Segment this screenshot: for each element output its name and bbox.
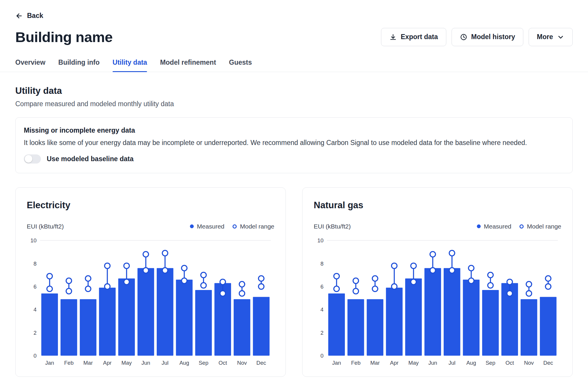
svg-text:Aug: Aug: [179, 360, 189, 366]
svg-text:Sep: Sep: [486, 360, 495, 366]
electricity-ylabel: EUI (kBtu/ft2): [27, 223, 64, 230]
back-label: Back: [27, 12, 43, 20]
svg-text:10: 10: [318, 237, 324, 244]
model-history-button[interactable]: Model history: [452, 28, 524, 46]
svg-text:Sep: Sep: [199, 360, 208, 366]
export-data-button[interactable]: Export data: [381, 28, 446, 46]
natural-gas-chart-header: EUI (kBtu/ft2) Measured Model range: [314, 223, 561, 230]
svg-text:May: May: [121, 360, 132, 366]
tab-overview[interactable]: Overview: [15, 57, 45, 72]
svg-text:Jun: Jun: [428, 360, 437, 366]
electricity-card: Electricity EUI (kBtu/ft2) Measured Mode…: [15, 187, 286, 377]
svg-text:Jan: Jan: [45, 360, 54, 366]
more-label: More: [537, 33, 553, 41]
charts-row: Electricity EUI (kBtu/ft2) Measured Mode…: [15, 187, 573, 377]
svg-text:Dec: Dec: [543, 360, 553, 366]
svg-text:0: 0: [320, 353, 323, 359]
svg-text:Nov: Nov: [237, 360, 247, 366]
svg-text:2: 2: [34, 329, 36, 336]
more-button[interactable]: More: [529, 28, 573, 46]
legend-measured-label: Measured: [484, 223, 511, 230]
legend-model-range-label: Model range: [240, 223, 274, 230]
natural-gas-title: Natural gas: [314, 200, 561, 211]
electricity-title: Electricity: [27, 200, 274, 211]
svg-text:6: 6: [320, 284, 323, 290]
model-range-ring-icon: [519, 224, 524, 229]
toggle-knob: [25, 155, 32, 163]
natural-gas-legend: Measured Model range: [477, 223, 561, 230]
export-data-label: Export data: [401, 33, 438, 41]
svg-text:Feb: Feb: [351, 360, 360, 366]
svg-text:Mar: Mar: [83, 360, 93, 366]
measured-dot-icon: [477, 224, 481, 228]
legend-measured: Measured: [477, 223, 511, 230]
svg-text:Apr: Apr: [103, 360, 112, 366]
legend-model-range: Model range: [233, 223, 274, 230]
svg-text:10: 10: [31, 237, 37, 244]
svg-text:8: 8: [34, 260, 36, 266]
arrow-left-icon: [15, 12, 23, 20]
use-modeled-baseline-toggle[interactable]: [24, 154, 41, 164]
svg-text:2: 2: [320, 329, 323, 336]
svg-text:Nov: Nov: [524, 360, 534, 366]
svg-text:Mar: Mar: [370, 360, 380, 366]
chevron-down-icon: [557, 33, 564, 41]
missing-data-alert: Missing or incomplete energy data It loo…: [15, 117, 573, 173]
section-subtitle: Compare measured and modeled monthly uti…: [15, 100, 573, 108]
svg-text:4: 4: [34, 306, 36, 313]
tab-guests[interactable]: Guests: [229, 57, 252, 72]
svg-text:Dec: Dec: [256, 360, 266, 366]
back-link[interactable]: Back: [15, 12, 43, 20]
svg-text:Oct: Oct: [505, 360, 514, 366]
svg-text:Jun: Jun: [141, 360, 150, 366]
svg-text:6: 6: [34, 284, 36, 290]
tab-building-info[interactable]: Building info: [58, 57, 100, 72]
title-row: Building name Export data Model history …: [15, 28, 573, 46]
section-title: Utility data: [15, 86, 573, 96]
legend-measured-label: Measured: [197, 223, 224, 230]
svg-text:May: May: [408, 360, 419, 366]
svg-text:8: 8: [320, 260, 323, 266]
download-icon: [389, 33, 397, 41]
tab-utility-data[interactable]: Utility data: [113, 57, 147, 72]
toggle-row: Use modeled baseline data: [24, 154, 564, 164]
svg-text:Feb: Feb: [64, 360, 74, 366]
legend-model-range-label: Model range: [527, 223, 561, 230]
alert-body: It looks like some of your energy data m…: [24, 139, 564, 147]
svg-text:Jul: Jul: [448, 360, 455, 366]
measured-dot-icon: [190, 224, 194, 228]
model-history-label: Model history: [471, 33, 515, 41]
svg-text:Jan: Jan: [332, 360, 341, 366]
legend-model-range: Model range: [519, 223, 561, 230]
svg-text:Oct: Oct: [218, 360, 227, 366]
page-title: Building name: [15, 29, 113, 45]
svg-text:4: 4: [320, 306, 323, 313]
alert-title: Missing or incomplete energy data: [24, 126, 564, 134]
tab-model-refinement[interactable]: Model refinement: [160, 57, 216, 72]
svg-text:Jul: Jul: [161, 360, 168, 366]
electricity-chart-header: EUI (kBtu/ft2) Measured Model range: [27, 223, 274, 230]
natural-gas-ylabel: EUI (kBtu/ft2): [314, 223, 351, 230]
clock-icon: [460, 33, 467, 41]
page: Back Building name Export data Model his…: [0, 0, 588, 377]
model-range-ring-icon: [233, 224, 237, 229]
toggle-label: Use modeled baseline data: [47, 155, 133, 163]
header-actions: Export data Model history More: [381, 28, 573, 46]
svg-text:Aug: Aug: [466, 360, 476, 366]
electricity-chart: 0246810JanFebMarAprMayJunJulAugSepOctNov…: [27, 234, 274, 369]
electricity-legend: Measured Model range: [190, 223, 274, 230]
natural-gas-card: Natural gas EUI (kBtu/ft2) Measured Mode…: [302, 187, 573, 377]
svg-text:Apr: Apr: [390, 360, 399, 366]
natural-gas-chart: 0246810JanFebMarAprMayJunJulAugSepOctNov…: [314, 234, 561, 369]
svg-text:0: 0: [34, 353, 36, 359]
legend-measured: Measured: [190, 223, 224, 230]
tabs-bar: Overview Building info Utility data Mode…: [0, 57, 588, 72]
